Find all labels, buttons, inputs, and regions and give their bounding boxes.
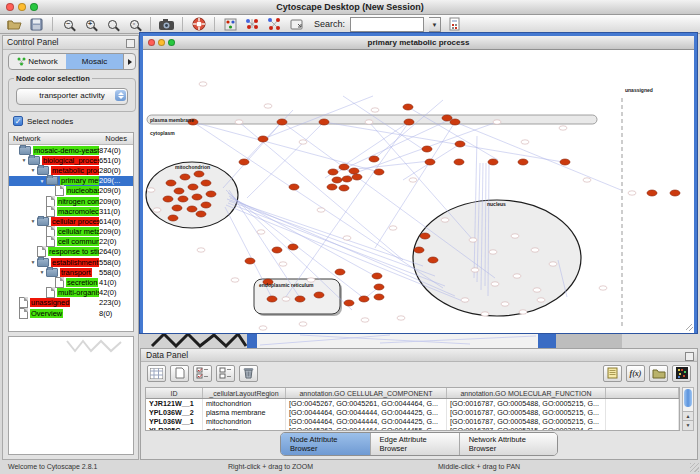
network-node-selected[interactable]	[647, 190, 657, 196]
network-node[interactable]	[279, 262, 287, 266]
search-dropdown-button[interactable]: ▼	[429, 17, 441, 32]
expand-arrow-icon[interactable]	[29, 167, 37, 173]
tree-row-secretion[interactable]: secretion41(0)	[9, 277, 133, 287]
network-node[interactable]	[501, 302, 509, 306]
table-row[interactable]: YLR295Ccytoplasm[GO:0045263, GO:0044464,…	[146, 426, 679, 431]
network-node[interactable]	[259, 326, 267, 330]
network-node[interactable]	[397, 316, 405, 320]
network-node-selected[interactable]	[174, 188, 184, 194]
attribute-matrix-icon[interactable]	[672, 365, 691, 382]
tab-edge-attribute-browser[interactable]: Edge Attribute Browser	[370, 433, 459, 455]
network-node-selected[interactable]	[428, 257, 438, 263]
network-node-selected[interactable]	[374, 284, 384, 290]
zoom-selected-icon[interactable]	[104, 16, 121, 33]
network-node-selected[interactable]	[670, 190, 680, 196]
col-go-molecular-function[interactable]: annotation.GO MOLECULAR_FUNCTION	[447, 388, 606, 399]
annotation-icon[interactable]	[288, 16, 305, 33]
expand-arrow-icon[interactable]	[38, 178, 46, 184]
tab-overflow-arrow[interactable]	[123, 54, 135, 69]
network-node-selected[interactable]	[277, 119, 287, 125]
network-node-selected[interactable]	[374, 294, 384, 300]
network-node[interactable]	[491, 282, 499, 286]
network-node[interactable]	[153, 208, 161, 212]
network-node-selected[interactable]	[518, 159, 528, 165]
network-node[interactable]	[409, 178, 417, 182]
table-cell[interactable]: [GO:0016787, GO:0005488, GO:0005215, G..…	[447, 399, 606, 409]
save-session-icon[interactable]	[28, 16, 45, 33]
network-node[interactable]	[257, 230, 265, 234]
network-node-selected[interactable]	[332, 177, 342, 183]
network-node-selected[interactable]	[319, 119, 329, 125]
tree-row-macromolecule[interactable]: macromolecule311(0)	[9, 206, 133, 216]
tree-row-primary-metabo[interactable]: primary metabo209(...	[9, 176, 133, 186]
unselect-attributes-icon[interactable]	[216, 365, 235, 382]
tree-row-cellular-metabo[interactable]: cellular metabo209(0)	[9, 227, 133, 237]
tree-row-mosaic-demo-yeast[interactable]: mosaic-demo-yeast874(0)	[9, 145, 133, 155]
window-titlebar[interactable]: Cytoscape Desktop (New Session)	[0, 0, 700, 15]
table-row[interactable]: YJR121W__1mitochondrion[GO:0045267, GO:0…	[146, 399, 679, 409]
window-resize-grip[interactable]	[690, 463, 699, 472]
tree-row-establishment-of-lo[interactable]: establishment of lo558(0)	[9, 257, 133, 267]
network-node-selected[interactable]	[289, 184, 299, 190]
table-cell[interactable]: [GO:0044464, GO:0044444, GO:0044425, G..…	[286, 417, 447, 426]
network-node-selected[interactable]	[422, 146, 432, 152]
delete-attribute-icon[interactable]	[239, 365, 258, 382]
help-lifering-icon[interactable]	[190, 16, 207, 33]
scroll-down-icon[interactable]: ▼	[683, 420, 693, 430]
open-session-icon[interactable]	[6, 16, 23, 33]
network-node[interactable]	[489, 250, 497, 254]
zoom-fit-icon[interactable]: ▫	[126, 16, 143, 33]
tree-row-unassigned[interactable]: unassigned223(0)	[9, 298, 133, 308]
network-node-selected[interactable]	[488, 159, 498, 165]
network-node-selected[interactable]	[344, 300, 354, 306]
select-attributes-icon[interactable]	[193, 365, 212, 382]
network-node[interactable]	[471, 268, 479, 272]
network-node-selected[interactable]	[339, 164, 349, 170]
network-node[interactable]	[317, 208, 325, 212]
network-node-selected[interactable]	[172, 205, 182, 211]
network-node[interactable]	[531, 248, 539, 252]
network-node-selected[interactable]	[403, 104, 413, 110]
zoom-in-icon[interactable]: +	[82, 16, 99, 33]
select-nodes-checkbox[interactable]: ✓	[13, 116, 23, 126]
tree-row-overview[interactable]: Overview8(0)	[9, 308, 133, 318]
table-row[interactable]: YPL036W__1mitochondrion[GO:0044464, GO:0…	[146, 417, 679, 426]
tab-network[interactable]: Network	[9, 54, 66, 69]
network-node-selected[interactable]	[404, 119, 414, 125]
network-node-selected[interactable]	[314, 292, 324, 298]
network-node-selected[interactable]	[295, 296, 305, 302]
tree-row-nitrogen-compo[interactable]: nitrogen compo209(0)	[9, 196, 133, 206]
network-node[interactable]	[628, 191, 636, 195]
network-node[interactable]	[231, 278, 239, 282]
network-node[interactable]	[282, 297, 290, 301]
network-node-selected[interactable]	[206, 191, 216, 197]
network-node[interactable]	[361, 318, 369, 322]
table-cell[interactable]: [GO:0045267, GO:0045261, GO:0044464, G..…	[286, 399, 447, 409]
snapshot-icon[interactable]	[158, 16, 175, 33]
network-node[interactable]	[519, 310, 527, 314]
network-node-selected[interactable]	[420, 233, 430, 239]
network-node[interactable]	[469, 238, 477, 242]
network-node-selected[interactable]	[374, 169, 384, 175]
network-node-selected[interactable]	[369, 156, 379, 162]
tree-row-metabolic-process[interactable]: metabolic process280(0)	[9, 165, 133, 175]
network-node[interactable]	[559, 126, 567, 130]
col-go-cellular-component[interactable]: annotation.GO CELLULAR_COMPONENT	[286, 388, 447, 399]
network-node-selected[interactable]	[187, 206, 197, 212]
network-expand-icon[interactable]	[266, 16, 283, 33]
network-node-selected[interactable]	[258, 136, 268, 142]
table-cell[interactable]: YPL036W__2	[146, 408, 203, 417]
network-node-selected[interactable]	[359, 296, 369, 302]
network-node[interactable]	[199, 82, 207, 86]
network-node-selected[interactable]	[339, 185, 349, 191]
network-node[interactable]	[299, 140, 307, 144]
tree-row-biological-process[interactable]: biological_process651(0)	[9, 155, 133, 165]
network-node[interactable]	[511, 234, 519, 238]
table-cell[interactable]: YPL036W__1	[146, 417, 203, 426]
tree-row-multi-organism-pro[interactable]: multi-organism pro42(0)	[9, 288, 133, 298]
network-node[interactable]	[441, 218, 449, 222]
network-node-selected[interactable]	[342, 176, 352, 182]
network-node[interactable]	[549, 262, 557, 266]
search-input[interactable]	[350, 17, 424, 32]
network-node-selected[interactable]	[560, 159, 570, 165]
